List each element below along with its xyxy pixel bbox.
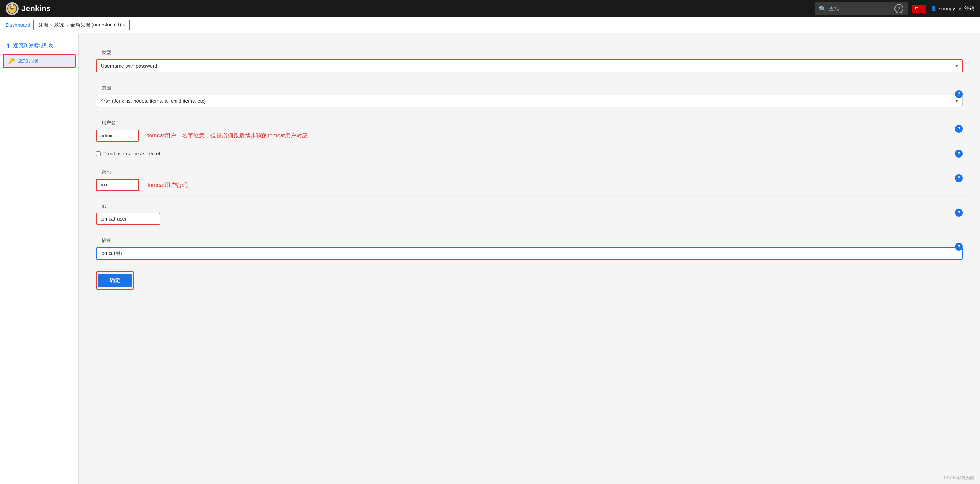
search-help-icon[interactable]: ? [894,4,904,13]
footer-credit: CSDN @梵天麟 [943,475,974,481]
scope-field: 范围 全局 (Jenkins, nodes, items, all child … [90,77,969,112]
password-field: 密码 tomcat用户密码 ? [90,161,969,196]
breadcrumb-sep-1: › [51,22,52,28]
search-input[interactable] [829,6,892,11]
breadcrumb-sep-2: › [66,22,68,28]
treat-username-help-icon[interactable]: ? [955,150,963,158]
treat-username-label: Treat username as secret [103,151,160,156]
password-label: 密码 [96,166,963,177]
submit-button[interactable]: 确定 [98,274,132,287]
type-select[interactable]: Username with password SSH Username with… [96,59,963,72]
password-help-icon[interactable]: ? [955,174,963,182]
treat-username-row: Treat username as secret ? [90,146,969,161]
type-field: 类型 Username with password SSH Username w… [90,41,969,77]
id-label: ID [96,200,963,210]
description-label: 描述 [96,234,963,245]
username-field: 用户名 tomcat用户，名字随意，但是必须跟后续步骤的tomcat用户对应 ? [90,112,969,146]
type-label: 类型 [96,46,963,57]
jenkins-logo-icon [6,2,19,15]
id-input[interactable] [96,213,160,225]
svg-point-2 [11,6,12,7]
scope-label: 范围 [96,81,963,93]
sidebar: ⬆ 返回到凭据域列表 🔑 添加凭据 [0,33,79,484]
description-help-icon[interactable]: ? [955,243,963,251]
submit-area: 确定 [90,264,969,297]
username-annotation: tomcat用户，名字随意，但是必须跟后续步骤的tomcat用户对应 [148,132,308,140]
svg-point-3 [13,6,14,7]
app-title: Jenkins [21,4,51,13]
logout-button[interactable]: ⎋ 注销 [959,5,974,12]
treat-username-checkbox[interactable] [96,151,100,156]
shield-icon: 🛡 [915,6,920,11]
search-icon: 🔍 [819,5,826,12]
password-annotation: tomcat用户密码 [148,182,188,189]
scope-select[interactable]: 全局 (Jenkins, nodes, items, all child ite… [96,95,963,107]
breadcrumb-arrow: › [123,22,125,28]
description-field: 描述 ? [90,229,969,264]
logo-area: Jenkins [6,2,51,15]
scope-help-icon[interactable]: ? [955,90,963,98]
notification-bell[interactable]: 🛡 1 [912,5,926,13]
content-area: 类型 Username with password SSH Username w… [79,33,980,484]
breadcrumb-credentials: 凭据 [38,22,48,28]
submit-btn-wrapper: 确定 [96,271,134,290]
password-input[interactable] [96,179,139,191]
breadcrumb-active-section: 凭据 › 系统 › 全局凭据 (unrestricted) › [33,20,130,30]
main-container: ⬆ 返回到凭据域列表 🔑 添加凭据 类型 Username with passw… [0,33,980,484]
search-bar[interactable]: 🔍 ? [815,2,908,15]
arrow-up-icon: ⬆ [6,42,10,49]
user-info[interactable]: 👤 snoopy [931,6,955,11]
description-input[interactable] [96,247,963,260]
breadcrumb-global: 全局凭据 (unrestricted) [70,22,121,28]
id-field: ID ? [90,196,969,229]
username-label: 用户名 [96,116,963,127]
type-select-wrapper: Username with password SSH Username with… [96,59,963,72]
username-label: snoopy [939,6,955,11]
notification-count: 1 [921,6,923,11]
sidebar-item-add-credential[interactable]: 🔑 添加凭据 [3,54,76,68]
scope-select-wrapper: 全局 (Jenkins, nodes, items, all child ite… [96,95,963,107]
breadcrumb-dashboard[interactable]: Dashboard [6,22,30,28]
user-icon: 👤 [931,6,937,11]
key-icon: 🔑 [8,57,15,64]
logout-icon: ⎋ [959,6,962,11]
breadcrumb: Dashboard 凭据 › 系统 › 全局凭据 (unrestricted) … [0,17,980,33]
breadcrumb-system: 系统 [54,22,64,28]
id-help-icon[interactable]: ? [955,209,963,217]
username-help-icon[interactable]: ? [955,125,963,133]
sidebar-item-back[interactable]: ⬆ 返回到凭据域列表 [0,39,78,53]
header: Jenkins 🔍 ? 🛡 1 👤 snoopy ⎋ 注销 [0,0,980,17]
username-input[interactable] [96,130,139,142]
